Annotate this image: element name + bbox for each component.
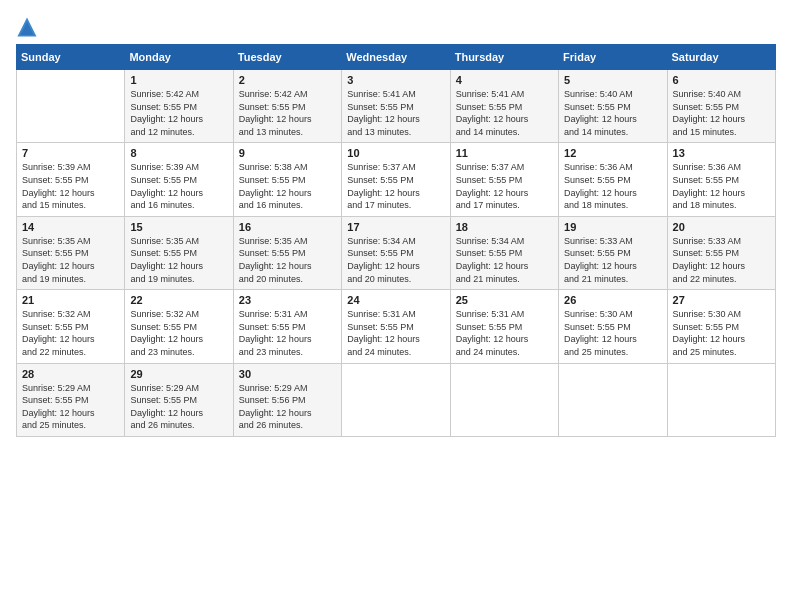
day-detail: Sunrise: 5:42 AMSunset: 5:55 PMDaylight:…	[239, 88, 336, 138]
calendar-cell: 4Sunrise: 5:41 AMSunset: 5:55 PMDaylight…	[450, 70, 558, 143]
day-number: 15	[130, 221, 227, 233]
day-detail: Sunrise: 5:36 AMSunset: 5:55 PMDaylight:…	[673, 161, 770, 211]
header-thursday: Thursday	[450, 45, 558, 70]
calendar-cell	[450, 363, 558, 436]
calendar-table: SundayMondayTuesdayWednesdayThursdayFrid…	[16, 44, 776, 437]
day-number: 20	[673, 221, 770, 233]
calendar-cell	[559, 363, 667, 436]
calendar-cell: 25Sunrise: 5:31 AMSunset: 5:55 PMDayligh…	[450, 290, 558, 363]
calendar-week-row: 14Sunrise: 5:35 AMSunset: 5:55 PMDayligh…	[17, 216, 776, 289]
day-number: 2	[239, 74, 336, 86]
day-detail: Sunrise: 5:39 AMSunset: 5:55 PMDaylight:…	[130, 161, 227, 211]
day-detail: Sunrise: 5:38 AMSunset: 5:55 PMDaylight:…	[239, 161, 336, 211]
day-detail: Sunrise: 5:31 AMSunset: 5:55 PMDaylight:…	[456, 308, 553, 358]
day-detail: Sunrise: 5:39 AMSunset: 5:55 PMDaylight:…	[22, 161, 119, 211]
calendar-cell	[667, 363, 775, 436]
day-detail: Sunrise: 5:29 AMSunset: 5:55 PMDaylight:…	[22, 382, 119, 432]
day-number: 29	[130, 368, 227, 380]
day-detail: Sunrise: 5:35 AMSunset: 5:55 PMDaylight:…	[22, 235, 119, 285]
day-number: 25	[456, 294, 553, 306]
calendar-cell: 3Sunrise: 5:41 AMSunset: 5:55 PMDaylight…	[342, 70, 450, 143]
day-detail: Sunrise: 5:36 AMSunset: 5:55 PMDaylight:…	[564, 161, 661, 211]
day-number: 11	[456, 147, 553, 159]
calendar-cell: 11Sunrise: 5:37 AMSunset: 5:55 PMDayligh…	[450, 143, 558, 216]
day-number: 16	[239, 221, 336, 233]
day-detail: Sunrise: 5:34 AMSunset: 5:55 PMDaylight:…	[456, 235, 553, 285]
day-number: 28	[22, 368, 119, 380]
day-detail: Sunrise: 5:33 AMSunset: 5:55 PMDaylight:…	[673, 235, 770, 285]
header-sunday: Sunday	[17, 45, 125, 70]
day-number: 9	[239, 147, 336, 159]
day-number: 27	[673, 294, 770, 306]
day-number: 7	[22, 147, 119, 159]
day-detail: Sunrise: 5:29 AMSunset: 5:55 PMDaylight:…	[130, 382, 227, 432]
calendar-week-row: 7Sunrise: 5:39 AMSunset: 5:55 PMDaylight…	[17, 143, 776, 216]
day-number: 8	[130, 147, 227, 159]
generalblue-icon	[16, 16, 38, 38]
day-detail: Sunrise: 5:31 AMSunset: 5:55 PMDaylight:…	[239, 308, 336, 358]
header-monday: Monday	[125, 45, 233, 70]
calendar-week-row: 21Sunrise: 5:32 AMSunset: 5:55 PMDayligh…	[17, 290, 776, 363]
day-detail: Sunrise: 5:40 AMSunset: 5:55 PMDaylight:…	[564, 88, 661, 138]
day-detail: Sunrise: 5:37 AMSunset: 5:55 PMDaylight:…	[456, 161, 553, 211]
calendar-cell: 15Sunrise: 5:35 AMSunset: 5:55 PMDayligh…	[125, 216, 233, 289]
day-number: 4	[456, 74, 553, 86]
day-number: 13	[673, 147, 770, 159]
day-detail: Sunrise: 5:35 AMSunset: 5:55 PMDaylight:…	[130, 235, 227, 285]
calendar-cell: 12Sunrise: 5:36 AMSunset: 5:55 PMDayligh…	[559, 143, 667, 216]
calendar-cell: 1Sunrise: 5:42 AMSunset: 5:55 PMDaylight…	[125, 70, 233, 143]
day-number: 24	[347, 294, 444, 306]
calendar-cell: 9Sunrise: 5:38 AMSunset: 5:55 PMDaylight…	[233, 143, 341, 216]
day-detail: Sunrise: 5:32 AMSunset: 5:55 PMDaylight:…	[130, 308, 227, 358]
calendar-week-row: 28Sunrise: 5:29 AMSunset: 5:55 PMDayligh…	[17, 363, 776, 436]
day-number: 5	[564, 74, 661, 86]
day-detail: Sunrise: 5:30 AMSunset: 5:55 PMDaylight:…	[673, 308, 770, 358]
day-detail: Sunrise: 5:29 AMSunset: 5:56 PMDaylight:…	[239, 382, 336, 432]
calendar-cell: 21Sunrise: 5:32 AMSunset: 5:55 PMDayligh…	[17, 290, 125, 363]
calendar-cell: 19Sunrise: 5:33 AMSunset: 5:55 PMDayligh…	[559, 216, 667, 289]
calendar-week-row: 1Sunrise: 5:42 AMSunset: 5:55 PMDaylight…	[17, 70, 776, 143]
header-friday: Friday	[559, 45, 667, 70]
day-number: 10	[347, 147, 444, 159]
day-number: 30	[239, 368, 336, 380]
calendar-cell: 18Sunrise: 5:34 AMSunset: 5:55 PMDayligh…	[450, 216, 558, 289]
logo	[16, 16, 42, 38]
day-number: 14	[22, 221, 119, 233]
day-number: 1	[130, 74, 227, 86]
calendar-cell: 7Sunrise: 5:39 AMSunset: 5:55 PMDaylight…	[17, 143, 125, 216]
day-number: 22	[130, 294, 227, 306]
calendar-cell: 22Sunrise: 5:32 AMSunset: 5:55 PMDayligh…	[125, 290, 233, 363]
day-detail: Sunrise: 5:41 AMSunset: 5:55 PMDaylight:…	[456, 88, 553, 138]
calendar-cell: 14Sunrise: 5:35 AMSunset: 5:55 PMDayligh…	[17, 216, 125, 289]
calendar-cell: 26Sunrise: 5:30 AMSunset: 5:55 PMDayligh…	[559, 290, 667, 363]
day-number: 12	[564, 147, 661, 159]
calendar-cell: 28Sunrise: 5:29 AMSunset: 5:55 PMDayligh…	[17, 363, 125, 436]
day-number: 18	[456, 221, 553, 233]
calendar-cell	[17, 70, 125, 143]
day-number: 26	[564, 294, 661, 306]
calendar-cell: 10Sunrise: 5:37 AMSunset: 5:55 PMDayligh…	[342, 143, 450, 216]
calendar-cell: 8Sunrise: 5:39 AMSunset: 5:55 PMDaylight…	[125, 143, 233, 216]
header-wednesday: Wednesday	[342, 45, 450, 70]
calendar-cell: 16Sunrise: 5:35 AMSunset: 5:55 PMDayligh…	[233, 216, 341, 289]
day-number: 23	[239, 294, 336, 306]
calendar-cell	[342, 363, 450, 436]
day-number: 17	[347, 221, 444, 233]
calendar-cell: 20Sunrise: 5:33 AMSunset: 5:55 PMDayligh…	[667, 216, 775, 289]
day-detail: Sunrise: 5:40 AMSunset: 5:55 PMDaylight:…	[673, 88, 770, 138]
day-detail: Sunrise: 5:32 AMSunset: 5:55 PMDaylight:…	[22, 308, 119, 358]
calendar-cell: 5Sunrise: 5:40 AMSunset: 5:55 PMDaylight…	[559, 70, 667, 143]
day-detail: Sunrise: 5:41 AMSunset: 5:55 PMDaylight:…	[347, 88, 444, 138]
header-tuesday: Tuesday	[233, 45, 341, 70]
day-detail: Sunrise: 5:34 AMSunset: 5:55 PMDaylight:…	[347, 235, 444, 285]
page-header	[16, 16, 776, 38]
day-number: 3	[347, 74, 444, 86]
header-saturday: Saturday	[667, 45, 775, 70]
day-detail: Sunrise: 5:37 AMSunset: 5:55 PMDaylight:…	[347, 161, 444, 211]
day-number: 21	[22, 294, 119, 306]
calendar-cell: 29Sunrise: 5:29 AMSunset: 5:55 PMDayligh…	[125, 363, 233, 436]
day-number: 6	[673, 74, 770, 86]
day-detail: Sunrise: 5:31 AMSunset: 5:55 PMDaylight:…	[347, 308, 444, 358]
calendar-cell: 30Sunrise: 5:29 AMSunset: 5:56 PMDayligh…	[233, 363, 341, 436]
day-detail: Sunrise: 5:42 AMSunset: 5:55 PMDaylight:…	[130, 88, 227, 138]
